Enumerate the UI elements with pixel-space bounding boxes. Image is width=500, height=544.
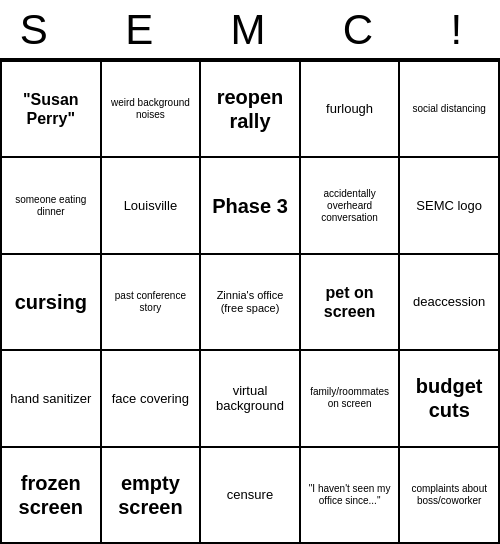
bingo-cell-4: social distancing [400,62,500,158]
bingo-cell-3: furlough [301,62,401,158]
bingo-cell-23: "I haven't seen my office since..." [301,448,401,544]
bingo-cell-10: cursing [2,255,102,351]
bingo-cell-11: past conference story [102,255,202,351]
bingo-cell-14: deaccession [400,255,500,351]
cell-text-5: someone eating dinner [6,194,96,218]
cell-text-18: family/roommates on screen [305,386,395,410]
bingo-cell-6: Louisville [102,158,202,254]
cell-text-6: Louisville [124,198,177,214]
bingo-cell-21: empty screen [102,448,202,544]
bingo-cell-13: pet on screen [301,255,401,351]
bingo-cell-15: hand sanitizer [2,351,102,447]
bingo-cell-1: weird background noises [102,62,202,158]
cell-text-0: "Susan Perry" [6,90,96,128]
bingo-cell-9: SEMC logo [400,158,500,254]
bingo-cell-5: someone eating dinner [2,158,102,254]
cell-text-10: cursing [15,290,87,314]
cell-text-2: reopen rally [205,85,295,133]
cell-text-21: empty screen [106,471,196,519]
cell-text-7: Phase 3 [212,194,288,218]
cell-text-24: complaints about boss/coworker [404,483,494,507]
cell-text-19: budget cuts [404,374,494,422]
cell-text-12: Zinnia's office (free space) [205,289,295,315]
bingo-cell-2: reopen rally [201,62,301,158]
cell-text-11: past conference story [106,290,196,314]
cell-text-14: deaccession [413,294,485,310]
cell-text-13: pet on screen [305,283,395,321]
cell-text-23: "I haven't seen my office since..." [305,483,395,507]
cell-text-16: face covering [112,391,189,407]
bingo-cell-16: face covering [102,351,202,447]
bingo-cell-12: Zinnia's office (free space) [201,255,301,351]
bingo-cell-7: Phase 3 [201,158,301,254]
cell-text-15: hand sanitizer [10,391,91,407]
bingo-cell-17: virtual background [201,351,301,447]
bingo-cell-22: censure [201,448,301,544]
bingo-cell-0: "Susan Perry" [2,62,102,158]
bingo-cell-24: complaints about boss/coworker [400,448,500,544]
bingo-cell-19: budget cuts [400,351,500,447]
bingo-cell-18: family/roommates on screen [301,351,401,447]
bingo-grid: "Susan Perry"weird background noisesreop… [0,60,500,544]
bingo-cell-20: frozen screen [2,448,102,544]
cell-text-9: SEMC logo [416,198,482,214]
cell-text-3: furlough [326,101,373,117]
cell-text-20: frozen screen [6,471,96,519]
bingo-title: S E M C ! [0,0,500,60]
cell-text-22: censure [227,487,273,503]
cell-text-1: weird background noises [106,97,196,121]
cell-text-17: virtual background [205,383,295,414]
cell-text-8: accidentally overheard conversation [305,188,395,224]
bingo-cell-8: accidentally overheard conversation [301,158,401,254]
cell-text-4: social distancing [413,103,486,115]
